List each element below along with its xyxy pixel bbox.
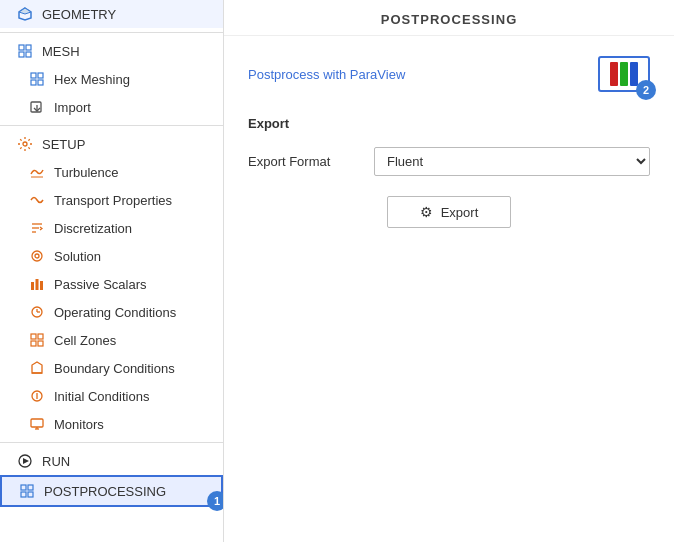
sidebar-item-operating-conditions-label: Operating Conditions [54,305,211,320]
paraview-bar-blue [630,62,638,86]
svg-point-17 [32,251,42,261]
sidebar-item-import[interactable]: Import [0,93,223,121]
svg-rect-3 [26,45,31,50]
divider-2 [0,125,223,126]
run-icon [16,452,34,470]
export-format-select[interactable]: Fluent OpenFOAM VTK [374,147,650,176]
postprocessing-badge: 1 [207,491,224,511]
sidebar-item-initial-conditions[interactable]: Initial Conditions [0,382,223,410]
sidebar-item-monitors-label: Monitors [54,417,211,432]
svg-rect-32 [31,419,43,427]
import-icon [28,98,46,116]
svg-rect-40 [28,492,33,497]
sidebar-item-solution[interactable]: Solution [0,242,223,270]
svg-rect-25 [31,334,36,339]
solution-icon [28,247,46,265]
sidebar-item-postprocessing[interactable]: POSTPROCESSING 1 [0,475,223,507]
svg-rect-28 [38,341,43,346]
sidebar-item-transport-label: Transport Properties [54,193,211,208]
sidebar-item-turbulence[interactable]: Turbulence [0,158,223,186]
operating-conditions-icon [28,303,46,321]
sidebar-item-solution-label: Solution [54,249,211,264]
sidebar-item-mesh[interactable]: MESH [0,37,223,65]
sidebar: GEOMETRY MESH Hex Meshing [0,0,224,542]
paraview-row: Postprocess with ParaView 2 [248,56,650,92]
sidebar-item-boundary-conditions[interactable]: Boundary Conditions [0,354,223,382]
paraview-badge: 2 [636,80,656,100]
svg-rect-4 [19,52,24,57]
divider-3 [0,442,223,443]
svg-rect-8 [31,80,36,85]
sidebar-item-postprocessing-label: POSTPROCESSING [44,484,209,499]
sidebar-item-passive-scalars-label: Passive Scalars [54,277,211,292]
sidebar-item-passive-scalars[interactable]: Passive Scalars [0,270,223,298]
svg-rect-19 [31,282,34,290]
gear-icon: ⚙ [420,204,433,220]
svg-rect-2 [19,45,24,50]
svg-rect-39 [21,492,26,497]
paraview-bar-red [610,62,618,86]
export-format-row: Export Format Fluent OpenFOAM VTK [248,147,650,176]
hexmesh-icon [28,70,46,88]
svg-rect-21 [40,281,43,290]
geometry-icon [16,5,34,23]
paraview-button[interactable]: 2 [598,56,650,92]
sidebar-item-geometry-label: GEOMETRY [42,7,211,22]
sidebar-item-setup[interactable]: SETUP [0,130,223,158]
monitors-icon [28,415,46,433]
svg-rect-5 [26,52,31,57]
sidebar-item-run[interactable]: RUN [0,447,223,475]
svg-point-18 [35,254,39,258]
sidebar-item-cell-zones[interactable]: Cell Zones [0,326,223,354]
svg-rect-6 [31,73,36,78]
sidebar-item-monitors[interactable]: Monitors [0,410,223,438]
setup-icon [16,135,34,153]
export-button-label: Export [441,205,479,220]
sidebar-item-mesh-label: MESH [42,44,211,59]
main-body: Postprocess with ParaView 2 Export Expor… [224,36,674,542]
svg-rect-26 [38,334,43,339]
main-header: POSTPROCESSING [224,0,674,36]
sidebar-item-setup-label: SETUP [42,137,211,152]
sidebar-item-geometry[interactable]: GEOMETRY [0,0,223,28]
initial-conditions-icon [28,387,46,405]
svg-point-12 [23,142,27,146]
export-button[interactable]: ⚙ Export [387,196,512,228]
export-format-label: Export Format [248,154,358,169]
divider-1 [0,32,223,33]
sidebar-item-boundary-conditions-label: Boundary Conditions [54,361,211,376]
boundary-conditions-icon [28,359,46,377]
sidebar-item-hex-meshing-label: Hex Meshing [54,72,211,87]
svg-rect-9 [38,80,43,85]
paraview-label: Postprocess with ParaView [248,67,405,82]
sidebar-item-import-label: Import [54,100,211,115]
sidebar-item-transport-properties[interactable]: Transport Properties [0,186,223,214]
sidebar-item-run-label: RUN [42,454,211,469]
cell-zones-icon [28,331,46,349]
paraview-bar-green [620,62,628,86]
postprocessing-icon [18,482,36,500]
sidebar-item-turbulence-label: Turbulence [54,165,211,180]
sidebar-item-discretization[interactable]: Discretization [0,214,223,242]
sidebar-item-cell-zones-label: Cell Zones [54,333,211,348]
mesh-icon [16,42,34,60]
svg-rect-38 [28,485,33,490]
turbulence-icon [28,163,46,181]
transport-icon [28,191,46,209]
export-section-label: Export [248,116,650,131]
svg-rect-20 [36,279,39,290]
main-content: POSTPROCESSING Postprocess with ParaView… [224,0,674,542]
svg-marker-1 [19,8,31,14]
svg-rect-37 [21,485,26,490]
svg-rect-7 [38,73,43,78]
sidebar-item-operating-conditions[interactable]: Operating Conditions [0,298,223,326]
passive-scalars-icon [28,275,46,293]
sidebar-item-initial-conditions-label: Initial Conditions [54,389,211,404]
svg-rect-27 [31,341,36,346]
sidebar-item-hex-meshing[interactable]: Hex Meshing [0,65,223,93]
discretization-icon [28,219,46,237]
svg-marker-36 [23,458,29,464]
sidebar-item-discretization-label: Discretization [54,221,211,236]
